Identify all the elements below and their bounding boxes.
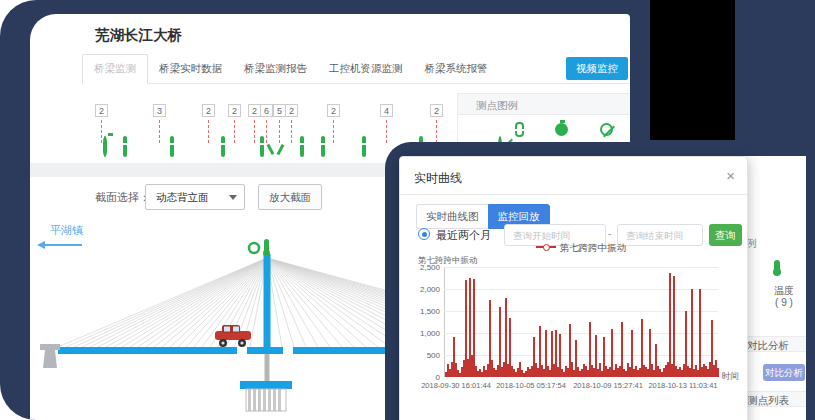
video-monitor-button[interactable]: 视频监控: [566, 57, 628, 80]
chart-x-axis-title: 时间: [722, 371, 739, 383]
chain-sensor-icon[interactable]: [260, 136, 264, 157]
sensor-count-badge: 2: [430, 104, 443, 117]
chevron-down-icon: [229, 195, 237, 200]
alarm-dash-line: [266, 120, 267, 143]
y-tick-label: 2,500: [400, 263, 440, 272]
alarm-dash-line: [159, 120, 160, 143]
chart-bar: [673, 276, 675, 377]
bridge-abutment: [40, 344, 60, 368]
radio-label: 最近两个月: [436, 228, 491, 243]
main-tab[interactable]: 桥梁实时数据: [148, 55, 233, 83]
alarm-dash-line: [291, 120, 292, 143]
alarm-dash-line: [208, 120, 209, 143]
chain-sensor-icon[interactable]: [300, 136, 304, 157]
chart-bar: [669, 273, 671, 377]
y-tick-label: 1,500: [400, 307, 440, 316]
date-separator: -: [608, 228, 611, 239]
compare-analysis-button[interactable]: 对比分析: [763, 364, 805, 381]
section-select-value: 动态背立面: [156, 191, 209, 203]
temperature-label: 温度: [762, 284, 806, 298]
main-tab[interactable]: 桥梁系统报警: [414, 55, 499, 83]
temperature-count: ( 9 ): [762, 297, 806, 308]
sensor-count-badge: 6: [260, 104, 273, 117]
alarm-dash-line: [279, 120, 280, 143]
chart-bar: [691, 289, 693, 377]
main-tabs: 桥梁监测桥梁实时数据桥梁监测报告工控机资源监测桥梁系统报警视频监控: [82, 54, 630, 84]
sensor-count-badge: 2: [95, 104, 108, 117]
clock-sensor-icon[interactable]: [103, 136, 107, 157]
sensor-count-badge: 3: [153, 104, 166, 117]
main-tab[interactable]: 桥梁监测: [82, 54, 148, 84]
section-select-label: 截面选择：: [95, 190, 150, 205]
zoom-section-button[interactable]: 放大截面: [258, 184, 322, 210]
chart-bar: [699, 289, 701, 377]
tower-sensor-icon: [249, 243, 259, 253]
page-title: 芜湖长江大桥: [95, 26, 182, 45]
last-two-months-radio[interactable]: [418, 228, 430, 240]
desktop: 芜湖长江大桥 桥梁监测桥梁实时数据桥梁监测报告工控机资源监测桥梁系统报警视频监控…: [0, 0, 815, 420]
chain-sensor-icon[interactable]: [170, 136, 174, 157]
bridge-deck: [58, 347, 237, 354]
modal-title: 实时曲线: [414, 170, 462, 187]
legend-chain-icon: [515, 122, 524, 137]
sensor-count-badge: 4: [380, 104, 393, 117]
chain-sensor-icon[interactable]: [221, 136, 225, 157]
modal-titlebar: 实时曲线 ×: [400, 157, 747, 195]
alarm-dash-line: [436, 120, 437, 143]
alarm-dash-line: [386, 120, 387, 143]
modal-tab[interactable]: 实时曲线图: [416, 204, 488, 229]
close-icon[interactable]: ×: [726, 167, 735, 184]
sensor-count-badge: 2: [202, 104, 215, 117]
legend-marker-icon: [536, 242, 556, 251]
chain-sensor-icon[interactable]: [362, 136, 366, 157]
realtime-curve-modal: 实时曲线 × 实时曲线图监控回放 最近两个月 - 查询 第七跨跨中振动 第七跨跨…: [399, 156, 748, 420]
car: [215, 325, 251, 347]
alarm-dash-line: [234, 120, 235, 143]
alarm-dash-line: [101, 120, 102, 143]
x-tick-label: 2018-10-13 11:03:41: [638, 381, 728, 390]
chain-sensor-icon[interactable]: [321, 136, 325, 157]
legend-ban-icon: [600, 123, 613, 136]
sensor-count-badge: 2: [327, 104, 340, 117]
alarm-dash-line: [254, 120, 255, 143]
y-tick-label: 500: [400, 351, 440, 360]
section-select-dropdown[interactable]: 动态背立面: [145, 184, 245, 210]
y-tick-label: 1,000: [400, 329, 440, 338]
sensor-count-badge: 2: [285, 104, 298, 117]
sensor-count-badge: 2: [228, 104, 241, 117]
legend-clock-icon: [555, 123, 568, 136]
bridge-tower: [264, 254, 271, 347]
legend-panel-header: 测点图例: [457, 93, 630, 115]
alarm-dash-line: [333, 120, 334, 143]
chart-legend[interactable]: 第七跨跨中振动: [444, 242, 718, 255]
main-tab[interactable]: 桥梁监测报告: [233, 55, 318, 83]
chain-sensor-icon[interactable]: [123, 136, 127, 157]
thermometer-icon: [774, 260, 780, 273]
main-tab[interactable]: 工控机资源监测: [318, 55, 414, 83]
y-tick-label: 2,000: [400, 285, 440, 294]
desktop-black-region: [650, 0, 735, 140]
chart-bar: [717, 368, 719, 377]
legend-label: 第七跨跨中振动: [560, 242, 627, 253]
chart-bar: [473, 279, 475, 377]
chart-bars: [445, 267, 718, 377]
